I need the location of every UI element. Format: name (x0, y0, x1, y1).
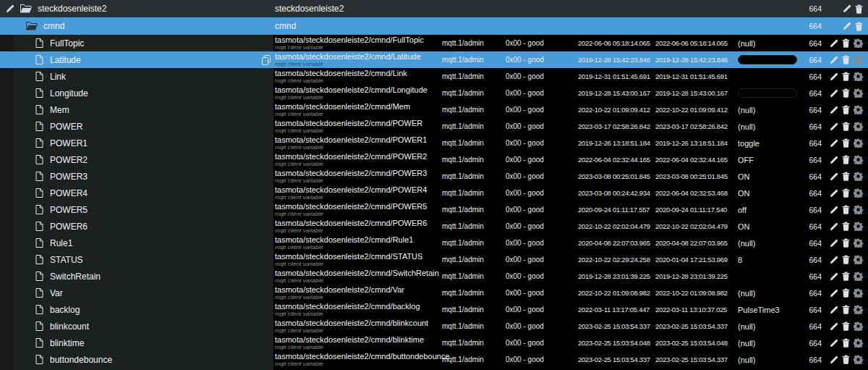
tree-node[interactable]: backlog (0, 301, 273, 318)
delete-icon[interactable] (842, 172, 850, 181)
edit-icon[interactable] (6, 4, 14, 13)
gear-icon[interactable] (854, 288, 863, 298)
tree-node[interactable]: STATUS (0, 251, 273, 268)
delete-icon[interactable] (842, 255, 850, 264)
edit-icon[interactable] (830, 239, 838, 248)
topic-row[interactable]: backlog tasmota/steckdosenleiste2/cmnd/b… (0, 301, 868, 318)
topic-row[interactable]: POWER4 tasmota/steckdosenleiste2/cmnd/PO… (0, 185, 868, 201)
edit-icon[interactable] (830, 289, 838, 298)
edit-icon[interactable] (843, 4, 851, 13)
tree-node[interactable]: POWER2 (0, 151, 273, 168)
edit-icon[interactable] (830, 122, 838, 131)
gear-icon[interactable] (854, 155, 863, 164)
edit-icon[interactable] (830, 156, 838, 164)
edit-icon[interactable] (830, 106, 838, 114)
tree-node[interactable]: Var (0, 285, 273, 301)
topic-row[interactable]: Latitude tasmota/steckdosenleiste2/cmnd/… (0, 51, 868, 68)
topic-row[interactable]: Var tasmota/steckdosenleiste2/cmnd/Var m… (0, 285, 868, 301)
gear-icon[interactable] (854, 88, 863, 98)
edit-icon[interactable] (830, 139, 838, 148)
gear-icon[interactable] (854, 272, 863, 281)
topic-row[interactable]: STATUS tasmota/steckdosenleiste2/cmnd/ST… (0, 251, 868, 268)
tree-node[interactable]: POWER1 (0, 135, 273, 151)
edit-icon[interactable] (830, 356, 838, 364)
edit-icon[interactable] (830, 72, 838, 81)
delete-icon[interactable] (842, 238, 850, 248)
delete-icon[interactable] (842, 38, 850, 48)
delete-icon[interactable] (842, 355, 850, 364)
edit-icon[interactable] (830, 39, 838, 48)
topic-row[interactable]: blinkcount tasmota/steckdosenleiste2/cmn… (0, 318, 868, 335)
tree-node[interactable]: blinktime (0, 335, 273, 351)
gear-icon[interactable] (854, 255, 863, 264)
delete-icon[interactable] (842, 155, 850, 164)
tree-node[interactable]: POWER3 (0, 168, 273, 185)
gear-icon[interactable] (854, 238, 863, 248)
edit-icon[interactable] (830, 189, 838, 198)
gear-icon[interactable] (854, 38, 863, 48)
tree-node[interactable]: Longitude (0, 85, 273, 101)
delete-icon[interactable] (842, 272, 850, 281)
topic-row[interactable]: Rule1 tasmota/steckdosenleiste2/cmnd/Rul… (0, 235, 868, 251)
delete-icon[interactable] (855, 22, 863, 31)
delete-icon[interactable] (842, 188, 850, 198)
delete-icon[interactable] (842, 205, 850, 214)
gear-icon[interactable] (854, 205, 863, 214)
edit-icon[interactable] (830, 256, 838, 264)
tree-node[interactable]: FullTopic (0, 35, 273, 51)
tree-node[interactable]: POWER (0, 118, 273, 135)
delete-icon[interactable] (842, 105, 850, 114)
delete-icon[interactable] (842, 222, 850, 231)
topic-row[interactable]: Longitude tasmota/steckdosenleiste2/cmnd… (0, 85, 868, 101)
topic-row[interactable]: blinktime tasmota/steckdosenleiste2/cmnd… (0, 335, 868, 351)
tree-node[interactable]: POWER6 (0, 218, 273, 235)
tree-node[interactable]: Rule1 (0, 235, 273, 251)
edit-icon[interactable] (830, 206, 838, 214)
delete-icon[interactable] (842, 138, 850, 148)
delete-icon[interactable] (842, 321, 850, 331)
gear-icon[interactable] (854, 305, 863, 314)
tree-node[interactable]: Mem (0, 101, 273, 118)
topic-row[interactable]: POWER1 tasmota/steckdosenleiste2/cmnd/PO… (0, 135, 868, 151)
tree-node[interactable]: POWER5 (0, 201, 273, 218)
topic-row[interactable]: buttondebounce tasmota/steckdosenleiste2… (0, 351, 868, 368)
gear-icon[interactable] (854, 122, 863, 131)
gear-icon[interactable] (854, 172, 863, 181)
delete-icon[interactable] (842, 55, 850, 64)
gear-icon[interactable] (854, 222, 863, 231)
edit-icon[interactable] (830, 222, 838, 231)
topic-row[interactable]: FullTopic tasmota/steckdosenleiste2/cmnd… (0, 35, 868, 51)
gear-icon[interactable] (854, 55, 863, 64)
edit-icon[interactable] (830, 272, 838, 281)
topic-row[interactable]: POWER2 tasmota/steckdosenleiste2/cmnd/PO… (0, 151, 868, 168)
topic-row[interactable]: POWER tasmota/steckdosenleiste2/cmnd/POW… (0, 118, 868, 135)
delete-icon[interactable] (842, 122, 850, 131)
topic-row[interactable]: Link tasmota/steckdosenleiste2/cmnd/Link… (0, 68, 868, 85)
copy-icon[interactable] (262, 55, 271, 65)
topic-row[interactable]: POWER3 tasmota/steckdosenleiste2/cmnd/PO… (0, 168, 868, 185)
delete-icon[interactable] (842, 305, 850, 314)
topic-row[interactable]: POWER6 tasmota/steckdosenleiste2/cmnd/PO… (0, 218, 868, 235)
edit-icon[interactable] (843, 22, 851, 30)
delete-icon[interactable] (855, 4, 863, 14)
edit-icon[interactable] (830, 306, 838, 314)
gear-icon[interactable] (854, 321, 863, 331)
topic-row[interactable]: Mem tasmota/steckdosenleiste2/cmnd/Mem m… (0, 101, 868, 118)
folder-topic-row[interactable]: cmnd cmnd 664 (0, 17, 868, 35)
tree-node[interactable]: Link (0, 68, 273, 85)
tree-node[interactable]: POWER4 (0, 185, 273, 201)
tree-node[interactable]: SwitchRetain (0, 268, 273, 285)
gear-icon[interactable] (854, 105, 863, 114)
edit-icon[interactable] (830, 56, 838, 64)
gear-icon[interactable] (854, 138, 863, 148)
gear-icon[interactable] (854, 188, 863, 198)
edit-icon[interactable] (830, 172, 838, 181)
delete-icon[interactable] (842, 88, 850, 98)
root-topic-row[interactable]: steckdosenleiste2 steckdosenleiste2 664 (0, 0, 868, 17)
delete-icon[interactable] (842, 338, 850, 348)
gear-icon[interactable] (854, 355, 863, 364)
delete-icon[interactable] (842, 288, 850, 298)
edit-icon[interactable] (830, 322, 838, 331)
edit-icon[interactable] (830, 89, 838, 98)
gear-icon[interactable] (854, 72, 863, 81)
